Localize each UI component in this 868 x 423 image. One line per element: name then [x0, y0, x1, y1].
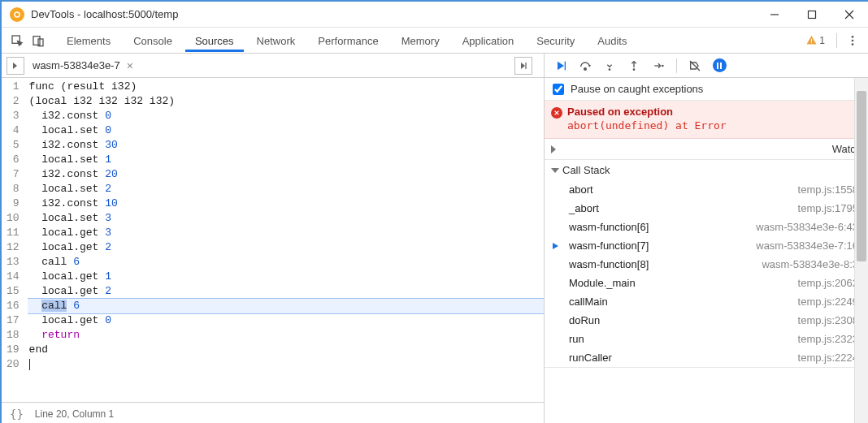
debugger-toolbar [545, 54, 868, 78]
minimize-button[interactable] [756, 2, 793, 28]
code-line[interactable]: local.set 0 [28, 123, 544, 138]
svg-point-15 [584, 67, 587, 70]
title-bar: DevTools - localhost:5000/temp [2, 2, 868, 28]
file-tabs-row: wasm-53834e3e-7 × [2, 54, 544, 78]
paused-message: abort(undefined) at Error [567, 119, 860, 132]
debugger-panel: Pause on caught exceptions Paused on exc… [545, 54, 868, 423]
step-icon[interactable] [649, 56, 668, 76]
stack-frame-fn: callMain [569, 296, 608, 308]
pause-caught-row[interactable]: Pause on caught exceptions [545, 78, 868, 101]
error-icon [551, 107, 562, 119]
svg-rect-9 [811, 42, 812, 43]
stack-frame-fn: wasm-function[7] [569, 240, 649, 252]
devtools-icon [10, 7, 24, 22]
svg-rect-2 [809, 11, 816, 18]
code-line[interactable]: local.set 2 [28, 182, 544, 196]
close-icon[interactable]: × [127, 59, 133, 72]
pretty-print-icon[interactable]: {} [10, 408, 24, 421]
tab-application[interactable]: Application [453, 29, 524, 52]
svg-point-11 [852, 39, 854, 41]
code-line[interactable]: i32.const 0 [28, 109, 544, 123]
code-line[interactable]: local.set 1 [28, 153, 544, 167]
stack-frame[interactable]: _aborttemp.js:1795 [545, 199, 868, 218]
code-line[interactable]: call 6 [28, 255, 544, 270]
code-line[interactable]: local.get 1 [28, 270, 544, 284]
code-line[interactable]: local.get 2 [28, 240, 544, 255]
inspect-element-icon[interactable] [7, 30, 28, 51]
pause-caught-checkbox[interactable] [553, 84, 564, 95]
device-toolbar-icon[interactable] [28, 30, 49, 51]
tab-performance[interactable]: Performance [308, 29, 388, 52]
pause-on-exceptions-icon[interactable] [710, 56, 729, 76]
code-line[interactable]: (local i32 i32 i32 i32) [28, 94, 544, 109]
stack-frame-fn: _abort [569, 202, 599, 214]
code-line[interactable]: local.set 3 [28, 211, 544, 226]
code-line[interactable]: return [28, 328, 544, 343]
code-line[interactable]: local.get 3 [28, 226, 544, 240]
kebab-menu-icon[interactable] [842, 30, 863, 51]
step-over-icon[interactable] [575, 56, 595, 76]
watch-section-header[interactable]: Watch [545, 139, 868, 159]
code-editor[interactable]: 1234567891011121314151617181920 func (re… [2, 78, 544, 402]
stack-frame-loc: temp.js:2323 [798, 333, 858, 345]
chevron-right-icon [551, 145, 829, 153]
warning-badge[interactable]: 1 [806, 35, 825, 46]
stack-frame[interactable]: wasm-function[8]wasm-53834e3e-8:3 [545, 255, 868, 274]
file-tab-name: wasm-53834e3e-7 [33, 59, 120, 71]
stack-frame[interactable]: runCallertemp.js:2224 [545, 348, 868, 367]
stack-frame[interactable]: callMaintemp.js:2249 [545, 292, 868, 311]
tab-sources[interactable]: Sources [185, 29, 244, 52]
tab-security[interactable]: Security [527, 29, 584, 52]
current-frame-arrow-icon [551, 241, 561, 253]
code-line[interactable]: local.get 2 [28, 284, 544, 299]
main-tabs-row: ElementsConsoleSourcesNetworkPerformance… [2, 28, 868, 54]
tab-elements[interactable]: Elements [57, 29, 120, 52]
tab-console[interactable]: Console [124, 29, 182, 52]
stack-frame[interactable]: Module._maintemp.js:2062 [545, 274, 868, 292]
debugger-scroll[interactable]: Pause on caught exceptions Paused on exc… [545, 78, 868, 423]
stack-frame-loc: wasm-53834e3e-6:43 [756, 221, 858, 233]
scrollbar[interactable] [854, 78, 868, 423]
chevron-down-icon [551, 168, 559, 173]
stack-frame-loc: wasm-53834e3e-8:3 [762, 258, 858, 270]
pause-caught-label: Pause on caught exceptions [571, 83, 703, 95]
deactivate-breakpoints-icon[interactable] [685, 56, 705, 76]
stack-frame[interactable]: aborttemp.js:1558 [545, 180, 868, 199]
code-line[interactable]: i32.const 30 [28, 138, 544, 153]
tab-network[interactable]: Network [247, 29, 306, 52]
code-line[interactable] [28, 357, 544, 372]
code-line[interactable]: func (result i32) [28, 80, 544, 94]
code-line[interactable]: i32.const 20 [28, 167, 544, 182]
cursor-position: Line 20, Column 1 [35, 408, 114, 420]
paused-title: Paused on exception [567, 106, 860, 118]
stack-frame-fn: doRun [569, 314, 600, 326]
tab-audits[interactable]: Audits [588, 29, 636, 52]
svg-rect-8 [811, 39, 812, 41]
maximize-button[interactable] [793, 2, 831, 28]
code-line[interactable]: call 6 [28, 298, 544, 314]
stack-frame-loc: wasm-53834e3e-7:16 [756, 240, 858, 252]
stack-frame-loc: temp.js:1558 [798, 183, 858, 196]
step-out-icon[interactable] [624, 56, 644, 76]
stack-frame-fn: Module._main [569, 277, 636, 289]
close-button[interactable] [831, 2, 868, 28]
more-tabs-icon[interactable] [514, 57, 532, 75]
stack-frame[interactable]: doRuntemp.js:2308 [545, 311, 868, 330]
stack-frame[interactable]: runtemp.js:2323 [545, 330, 868, 348]
svg-point-18 [662, 64, 664, 67]
code-line[interactable]: local.get 0 [28, 313, 544, 328]
resume-icon[interactable] [551, 56, 571, 76]
code-line[interactable]: i32.const 10 [28, 196, 544, 211]
callstack-section-header[interactable]: Call Stack [545, 160, 868, 180]
navigator-toggle-icon[interactable] [7, 57, 24, 75]
stack-frame[interactable]: wasm-function[6]wasm-53834e3e-6:43 [545, 218, 868, 236]
stack-frame-fn: wasm-function[8] [569, 258, 649, 270]
paused-banner: Paused on exception abort(undefined) at … [545, 101, 868, 139]
stack-frame[interactable]: wasm-function[7]wasm-53834e3e-7:16 [545, 236, 868, 255]
svg-point-12 [852, 43, 854, 45]
step-into-icon[interactable] [600, 56, 619, 76]
tab-memory[interactable]: Memory [392, 29, 449, 52]
stack-frame-loc: temp.js:2224 [798, 352, 858, 364]
code-line[interactable]: end [28, 343, 544, 357]
file-tab[interactable]: wasm-53834e3e-7 × [31, 56, 135, 76]
